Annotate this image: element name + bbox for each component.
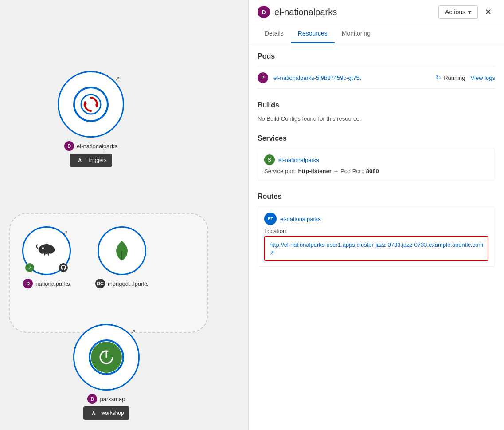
tab-monitoring[interactable]: Monitoring	[335, 24, 378, 43]
close-button[interactable]: ✕	[481, 5, 495, 19]
builds-section: Builds No Build Configs found for this r…	[258, 101, 495, 122]
openshift-sync-icon	[80, 93, 102, 115]
route-url-box: http://el-nationalparks-user1.apps.clust…	[264, 236, 488, 261]
route-url-text: http://el-nationalparks-user1.apps.clust…	[270, 241, 483, 248]
parksmap-name: parksmap	[100, 396, 125, 402]
arrow-icon: →	[333, 168, 340, 174]
detail-panel: D el-nationalparks Actions ▾ ✕ Details R…	[248, 0, 504, 430]
mongodb-name: mongod...lparks	[108, 280, 149, 287]
no-builds-text: No Build Configs found for this resource…	[258, 115, 495, 122]
service-port-value: http-listener	[298, 168, 332, 174]
pod-status-area: ↻ Running	[436, 74, 465, 81]
group-nationalparks: ↗ ✓	[9, 213, 208, 333]
nationalparks-name: nationalparks	[35, 280, 70, 287]
panel-title-area: D el-nationalparks	[258, 6, 337, 18]
service-header: S el-nationalparks	[264, 154, 488, 165]
parksmap-label-row: D parksmap	[87, 394, 125, 404]
route-header: RT el-nationalparks	[264, 213, 488, 225]
triggers-a-badge: A	[75, 155, 85, 165]
github-badge-nationalparks	[59, 263, 68, 272]
tab-resources[interactable]: Resources	[291, 24, 335, 43]
pod-refresh-icon: ↻	[436, 74, 441, 81]
service-port-info: Service port: http-listener → Pod Port: …	[264, 168, 488, 174]
pod-item: P el-nationalparks-5f9b87459c-gt75t ↻ Ru…	[258, 67, 495, 89]
pods-section-title: Pods	[258, 52, 495, 60]
nationalparks-bird-icon	[33, 237, 60, 264]
topology-canvas: ↗ D el-nationalparks	[0, 0, 248, 430]
services-section: Services S el-nationalparks Service port…	[258, 134, 495, 180]
route-badge: RT	[264, 213, 277, 225]
node-circle-nationalparks[interactable]: ↗ ✓	[22, 226, 71, 275]
power-icon	[91, 342, 122, 373]
external-link-icon[interactable]: ↗	[115, 75, 120, 82]
pod-port-value: 8080	[366, 168, 379, 174]
service-badge: S	[264, 154, 275, 165]
pod-name-link[interactable]: el-nationalparks-5f9b87459c-gt75t	[273, 75, 430, 81]
panel-header: D el-nationalparks Actions ▾ ✕	[249, 0, 504, 24]
panel-title: el-nationalparks	[274, 7, 337, 17]
el-nationalparks-name: el-nationalparks	[77, 143, 117, 150]
nationalparks-label-row: D nationalparks	[23, 279, 70, 288]
check-badge-nationalparks: ✓	[25, 263, 34, 272]
mongodb-badge: DC	[95, 279, 105, 288]
workshop-badge[interactable]: A workshop	[83, 406, 129, 420]
actions-label: Actions	[445, 8, 465, 16]
node-inner-refresh	[73, 87, 109, 122]
service-name-link[interactable]: el-nationalparks	[278, 157, 319, 163]
workshop-label: workshop	[101, 410, 124, 416]
node-nationalparks[interactable]: ↗ ✓	[22, 226, 71, 288]
triggers-label: Triggers	[87, 157, 107, 163]
title-badge: D	[258, 6, 270, 18]
workshop-a-badge: A	[89, 408, 98, 418]
triggers-badge[interactable]: A Triggers	[70, 154, 112, 167]
tab-details[interactable]: Details	[258, 24, 291, 43]
topology-panel: ↗ D el-nationalparks	[0, 0, 248, 430]
mongodb-leaf-icon	[111, 237, 133, 264]
pod-badge: P	[258, 72, 268, 83]
route-card: RT el-nationalparks Location: http://el-…	[258, 207, 495, 267]
nationalparks-badge: D	[23, 279, 33, 288]
el-nationalparks-badge: D	[64, 141, 74, 151]
builds-section-title: Builds	[258, 101, 495, 109]
actions-chevron-icon: ▾	[468, 8, 471, 16]
parksmap-inner-icon	[89, 339, 124, 375]
ext-link-nationalparks[interactable]: ↗	[63, 229, 68, 236]
node-el-nationalparks[interactable]: ↗ D el-nationalparks	[58, 71, 124, 167]
pods-section: Pods P el-nationalparks-5f9b87459c-gt75t…	[258, 52, 495, 89]
routes-section-title: Routes	[258, 193, 495, 201]
service-card: S el-nationalparks Service port: http-li…	[258, 149, 495, 180]
power-svg	[98, 348, 115, 366]
route-location-label: Location:	[264, 228, 488, 234]
header-right: Actions ▾ ✕	[438, 5, 495, 19]
actions-button[interactable]: Actions ▾	[438, 5, 478, 19]
mongodb-label-row: DC mongod...lparks	[95, 279, 149, 288]
tabs-bar: Details Resources Monitoring	[249, 24, 504, 43]
node-mongodb[interactable]: DC mongod...lparks	[95, 226, 149, 288]
view-logs-link[interactable]: View logs	[471, 75, 495, 81]
ext-link-parksmap[interactable]: ↗	[130, 328, 136, 335]
node-circle-el-nationalparks[interactable]: ↗	[58, 71, 124, 138]
pod-status: Running	[444, 75, 465, 81]
external-link-icon: ↗	[270, 249, 274, 256]
route-url-link[interactable]: http://el-nationalparks-user1.apps.clust…	[270, 241, 483, 256]
svg-point-4	[42, 247, 44, 249]
panel-content: Pods P el-nationalparks-5f9b87459c-gt75t…	[249, 43, 504, 430]
routes-section: Routes RT el-nationalparks Location: htt…	[258, 193, 495, 267]
services-section-title: Services	[258, 134, 495, 142]
node-circle-parksmap[interactable]: ↗	[73, 324, 140, 391]
node-circle-mongodb[interactable]	[98, 226, 146, 275]
node-parksmap[interactable]: ↗ D parksmap A workshop	[73, 324, 140, 420]
el-nationalparks-label-row: D el-nationalparks	[64, 141, 117, 151]
route-name-link[interactable]: el-nationalparks	[280, 216, 321, 222]
parksmap-badge: D	[87, 394, 97, 404]
